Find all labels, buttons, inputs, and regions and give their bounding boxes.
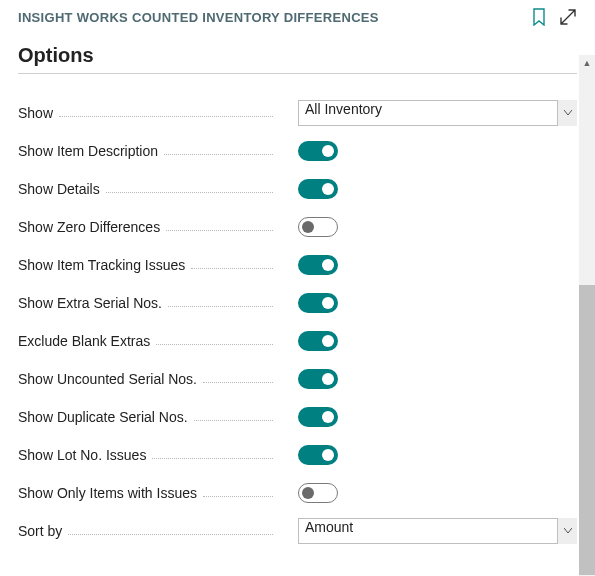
row-show-duplicate-serial-nos: Show Duplicate Serial Nos.: [18, 398, 577, 436]
toggle-show-item-tracking-issues[interactable]: [298, 255, 338, 275]
label-show-uncounted-serial-nos: Show Uncounted Serial Nos.: [18, 371, 273, 387]
label-sort-by: Sort by: [18, 523, 273, 539]
toggle-show-item-description[interactable]: [298, 141, 338, 161]
label-show-details: Show Details: [18, 181, 273, 197]
leader-dots: [168, 306, 273, 307]
expand-icon[interactable]: [559, 8, 577, 26]
options-table: Show All Inventory Show Item Description…: [18, 94, 577, 550]
toggle-show-lot-no-issues[interactable]: [298, 445, 338, 465]
leader-dots: [191, 268, 273, 269]
label-show: Show: [18, 105, 273, 121]
row-show-lot-no-issues: Show Lot No. Issues: [18, 436, 577, 474]
control-sort-by: Amount: [273, 518, 577, 544]
control-show: All Inventory: [273, 100, 577, 126]
leader-dots: [156, 344, 273, 345]
show-select[interactable]: All Inventory: [298, 100, 577, 126]
leader-dots: [164, 154, 273, 155]
row-show-uncounted-serial-nos: Show Uncounted Serial Nos.: [18, 360, 577, 398]
row-show: Show All Inventory: [18, 94, 577, 132]
toggle-show-uncounted-serial-nos[interactable]: [298, 369, 338, 389]
toggle-show-only-items-with-issues[interactable]: [298, 483, 338, 503]
vertical-scrollbar[interactable]: ▲: [579, 55, 595, 576]
toggle-show-details[interactable]: [298, 179, 338, 199]
leader-dots: [203, 496, 273, 497]
toggle-show-zero-differences[interactable]: [298, 217, 338, 237]
row-exclude-blank-extras: Exclude Blank Extras: [18, 322, 577, 360]
row-show-zero-differences: Show Zero Differences: [18, 208, 577, 246]
scrollbar-thumb[interactable]: [579, 285, 595, 575]
toggle-show-duplicate-serial-nos[interactable]: [298, 407, 338, 427]
header-actions: [531, 8, 577, 26]
row-show-only-items-with-issues: Show Only Items with Issues: [18, 474, 577, 512]
leader-dots: [194, 420, 273, 421]
label-show-extra-serial-nos: Show Extra Serial Nos.: [18, 295, 273, 311]
sort-by-select[interactable]: Amount: [298, 518, 577, 544]
leader-dots: [203, 382, 273, 383]
label-show-item-tracking-issues: Show Item Tracking Issues: [18, 257, 273, 273]
content-area: Options Show All Inventory Show Item Des…: [0, 30, 595, 568]
scroll-up-icon[interactable]: ▲: [579, 55, 595, 71]
page-title: INSIGHT WORKS COUNTED INVENTORY DIFFEREN…: [18, 10, 379, 25]
section-title-options: Options: [18, 44, 577, 74]
label-show-duplicate-serial-nos: Show Duplicate Serial Nos.: [18, 409, 273, 425]
leader-dots: [152, 458, 273, 459]
label-show-zero-differences: Show Zero Differences: [18, 219, 273, 235]
leader-dots: [68, 534, 273, 535]
page-header: INSIGHT WORKS COUNTED INVENTORY DIFFEREN…: [0, 0, 595, 30]
label-show-item-description: Show Item Description: [18, 143, 273, 159]
label-show-lot-no-issues: Show Lot No. Issues: [18, 447, 273, 463]
toggle-show-extra-serial-nos[interactable]: [298, 293, 338, 313]
row-sort-by: Sort by Amount: [18, 512, 577, 550]
label-show-only-items-with-issues: Show Only Items with Issues: [18, 485, 273, 501]
bookmark-icon[interactable]: [531, 8, 547, 26]
row-show-extra-serial-nos: Show Extra Serial Nos.: [18, 284, 577, 322]
leader-dots: [166, 230, 273, 231]
leader-dots: [106, 192, 273, 193]
row-show-item-description: Show Item Description: [18, 132, 577, 170]
row-show-item-tracking-issues: Show Item Tracking Issues: [18, 246, 577, 284]
toggle-exclude-blank-extras[interactable]: [298, 331, 338, 351]
leader-dots: [59, 116, 273, 117]
label-exclude-blank-extras: Exclude Blank Extras: [18, 333, 273, 349]
row-show-details: Show Details: [18, 170, 577, 208]
